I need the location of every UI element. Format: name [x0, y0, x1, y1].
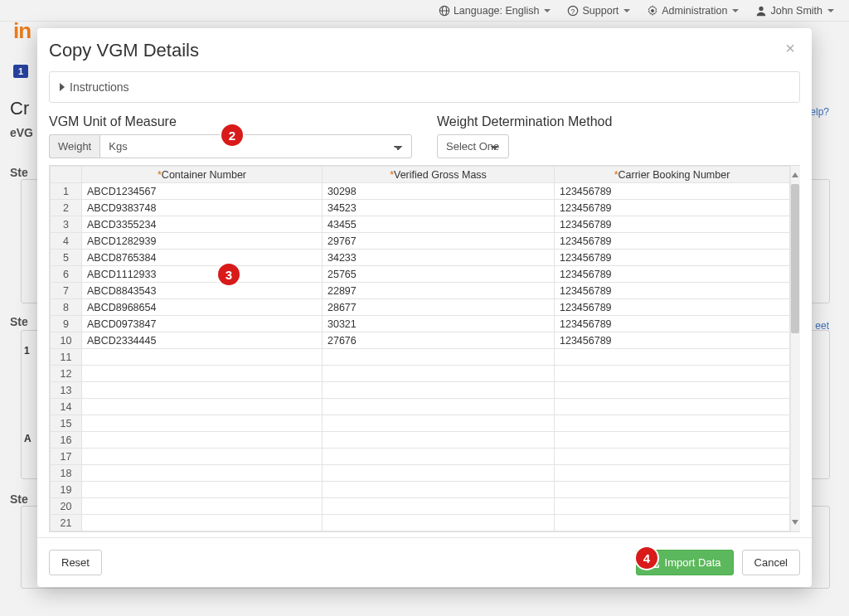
cell-container[interactable]: ABCD2334445 [82, 332, 323, 349]
cell-container[interactable] [82, 415, 323, 432]
cell-container[interactable]: ABCD8843543 [82, 283, 323, 299]
table-row[interactable]: 19 [51, 482, 790, 498]
table-row[interactable]: 3ABCD335523443455123456789 [51, 216, 790, 233]
cell-vgm[interactable]: 30298 [323, 183, 555, 200]
table-row[interactable]: 4ABCD128293929767123456789 [51, 233, 790, 250]
cell-vgm[interactable] [323, 366, 555, 382]
cell-booking[interactable] [555, 449, 790, 465]
method-select[interactable]: Select One [437, 134, 509, 158]
cell-booking[interactable] [555, 515, 790, 531]
method-group: Weight Determination Method Select One [437, 114, 800, 158]
table-row[interactable]: 2ABCD938374834523123456789 [51, 200, 790, 216]
cell-container[interactable] [82, 515, 323, 531]
cell-container[interactable]: ABCD0973847 [82, 316, 323, 332]
cell-vgm[interactable] [323, 349, 555, 366]
cell-vgm[interactable] [323, 432, 555, 449]
cell-booking[interactable] [555, 498, 790, 515]
cell-container[interactable]: ABCD8968654 [82, 299, 323, 316]
cell-rownum: 17 [51, 449, 82, 465]
instructions-toggle[interactable]: Instructions [49, 71, 800, 103]
cell-booking[interactable] [555, 465, 790, 482]
cell-vgm[interactable]: 30321 [323, 316, 555, 332]
cell-booking[interactable]: 123456789 [555, 183, 790, 200]
cell-booking[interactable]: 123456789 [555, 200, 790, 216]
reset-button[interactable]: Reset [49, 550, 102, 575]
cell-vgm[interactable]: 34523 [323, 200, 555, 216]
uom-select[interactable]: Kgs [99, 134, 412, 158]
table-row[interactable]: 17 [51, 449, 790, 465]
vgm-table[interactable]: *Container Number *Verified Gross Mass *… [50, 166, 790, 531]
cell-booking[interactable]: 123456789 [555, 233, 790, 250]
scroll-thumb[interactable] [791, 184, 799, 333]
cell-vgm[interactable] [323, 515, 555, 531]
table-row[interactable]: 7ABCD884354322897123456789 [51, 283, 790, 299]
close-icon[interactable]: × [785, 40, 795, 56]
cell-booking[interactable] [555, 366, 790, 382]
cell-vgm[interactable]: 34233 [323, 250, 555, 266]
uom-addon: Weight [49, 134, 99, 158]
table-row[interactable]: 18 [51, 465, 790, 482]
cell-container[interactable] [82, 482, 323, 498]
cell-booking[interactable]: 123456789 [555, 299, 790, 316]
cell-container[interactable] [82, 432, 323, 449]
table-row[interactable]: 6ABCD111293325765123456789 [51, 266, 790, 283]
cell-vgm[interactable]: 43455 [323, 216, 555, 233]
cell-container[interactable] [82, 366, 323, 382]
cell-vgm[interactable] [323, 465, 555, 482]
cell-vgm[interactable] [323, 415, 555, 432]
cell-booking[interactable]: 123456789 [555, 216, 790, 233]
cell-booking[interactable]: 123456789 [555, 316, 790, 332]
cell-container[interactable] [82, 449, 323, 465]
cell-container[interactable]: ABCD3355234 [82, 216, 323, 233]
scroll-up-icon[interactable] [792, 171, 798, 177]
cell-vgm[interactable]: 25765 [323, 266, 555, 283]
cell-vgm[interactable] [323, 482, 555, 498]
cancel-button[interactable]: Cancel [742, 550, 800, 575]
cell-booking[interactable] [555, 482, 790, 498]
cell-vgm[interactable] [323, 399, 555, 415]
cell-booking[interactable]: 123456789 [555, 283, 790, 299]
table-row[interactable]: 10ABCD233444527676123456789 [51, 332, 790, 349]
cell-vgm[interactable]: 27676 [323, 332, 555, 349]
cell-container[interactable] [82, 498, 323, 515]
cell-container[interactable] [82, 382, 323, 399]
cell-booking[interactable]: 123456789 [555, 250, 790, 266]
cell-vgm[interactable]: 28677 [323, 299, 555, 316]
cell-vgm[interactable] [323, 449, 555, 465]
cell-container[interactable] [82, 349, 323, 366]
cell-container[interactable]: ABCD9383748 [82, 200, 323, 216]
cell-booking[interactable]: 123456789 [555, 266, 790, 283]
cell-vgm[interactable]: 22897 [323, 283, 555, 299]
cell-booking[interactable] [555, 432, 790, 449]
cell-container[interactable]: ABCD1112933 [82, 266, 323, 283]
cell-booking[interactable] [555, 399, 790, 415]
table-row[interactable]: 9ABCD097384730321123456789 [51, 316, 790, 332]
cell-container[interactable]: ABCD1234567 [82, 183, 323, 200]
table-row[interactable]: 8ABCD896865428677123456789 [51, 299, 790, 316]
table-row[interactable]: 1ABCD123456730298123456789 [51, 183, 790, 200]
cell-vgm[interactable] [323, 498, 555, 515]
scrollbar[interactable] [790, 166, 800, 531]
cell-container[interactable] [82, 465, 323, 482]
table-row[interactable]: 5ABCD876538434233123456789 [51, 250, 790, 266]
table-row[interactable]: 15 [51, 415, 790, 432]
col-vgm: *Verified Gross Mass [323, 167, 555, 183]
table-row[interactable]: 20 [51, 498, 790, 515]
cell-vgm[interactable] [323, 382, 555, 399]
cell-container[interactable] [82, 399, 323, 415]
table-row[interactable]: 13 [51, 382, 790, 399]
cell-booking[interactable]: 123456789 [555, 332, 790, 349]
table-row[interactable]: 21 [51, 515, 790, 531]
cell-rownum: 7 [51, 283, 82, 299]
cell-booking[interactable] [555, 415, 790, 432]
table-row[interactable]: 12 [51, 366, 790, 382]
cell-vgm[interactable]: 29767 [323, 233, 555, 250]
table-row[interactable]: 16 [51, 432, 790, 449]
cell-booking[interactable] [555, 349, 790, 366]
cell-container[interactable]: ABCD8765384 [82, 250, 323, 266]
table-row[interactable]: 11 [51, 349, 790, 366]
scroll-down-icon[interactable] [792, 520, 798, 526]
table-row[interactable]: 14 [51, 399, 790, 415]
cell-booking[interactable] [555, 382, 790, 399]
cell-container[interactable]: ABCD1282939 [82, 233, 323, 250]
